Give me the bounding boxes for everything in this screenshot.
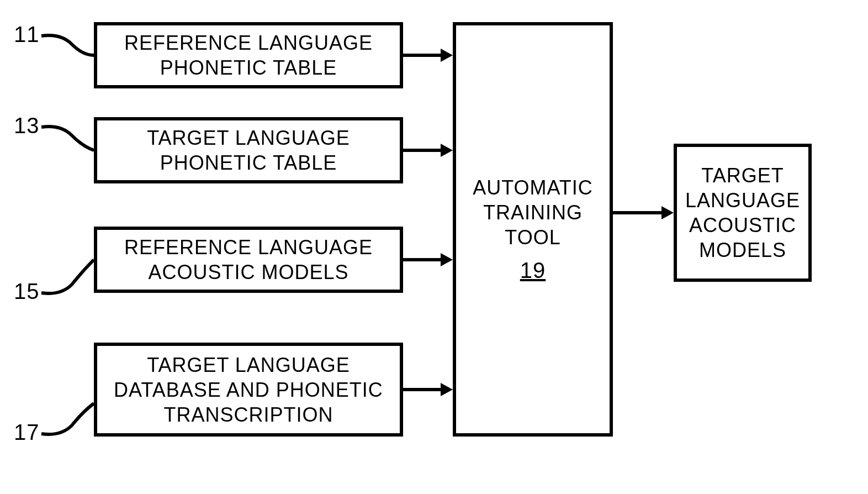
diagram-canvas: REFERENCE LANGUAGE PHONETIC TABLE TARGET… <box>0 0 868 494</box>
center-tool-box: AUTOMATIC TRAINING TOOL 19 <box>453 22 613 437</box>
input-box-13: TARGET LANGUAGE PHONETIC TABLE <box>94 117 403 183</box>
output-box: TARGET LANGUAGE ACOUSTIC MODELS <box>674 144 812 282</box>
box13-line1: TARGET LANGUAGE <box>147 125 350 150</box>
center-line2: TRAINING <box>483 200 583 225</box>
input-box-17: TARGET LANGUAGE DATABASE AND PHONETIC TR… <box>94 343 403 437</box>
box17-line3: TRANSCRIPTION <box>163 402 333 427</box>
arrow-line-11 <box>403 54 442 57</box>
box11-line2: PHONETIC TABLE <box>160 55 337 80</box>
box15-line2: ACOUSTIC MODELS <box>148 260 348 285</box>
arrow-head-15 <box>441 253 453 266</box>
output-line3: ACOUSTIC <box>689 213 796 238</box>
center-refnum: 19 <box>520 256 546 284</box>
input-box-15: REFERENCE LANGUAGE ACOUSTIC MODELS <box>94 227 403 293</box>
output-line1: TARGET <box>701 163 784 188</box>
box11-line1: REFERENCE LANGUAGE <box>124 30 373 55</box>
callout-curves <box>0 0 110 494</box>
arrow-line-15 <box>403 258 442 261</box>
center-line1: AUTOMATIC <box>473 175 593 200</box>
arrow-head-13 <box>441 144 453 157</box>
arrow-line-17 <box>403 388 442 391</box>
box13-line2: PHONETIC TABLE <box>160 150 337 175</box>
box17-line1: TARGET LANGUAGE <box>147 353 350 377</box>
arrow-line-13 <box>403 149 442 152</box>
arrow-head-17 <box>441 383 453 396</box>
center-line3: TOOL <box>505 225 560 250</box>
box17-line2: DATABASE AND PHONETIC <box>114 377 383 402</box>
input-box-11: REFERENCE LANGUAGE PHONETIC TABLE <box>94 22 403 88</box>
arrow-head-11 <box>441 49 453 62</box>
arrow-head-out <box>661 206 674 219</box>
arrow-line-out <box>613 211 663 214</box>
box15-line1: REFERENCE LANGUAGE <box>124 235 373 260</box>
output-line4: MODELS <box>699 238 786 262</box>
output-line2: LANGUAGE <box>685 188 800 213</box>
